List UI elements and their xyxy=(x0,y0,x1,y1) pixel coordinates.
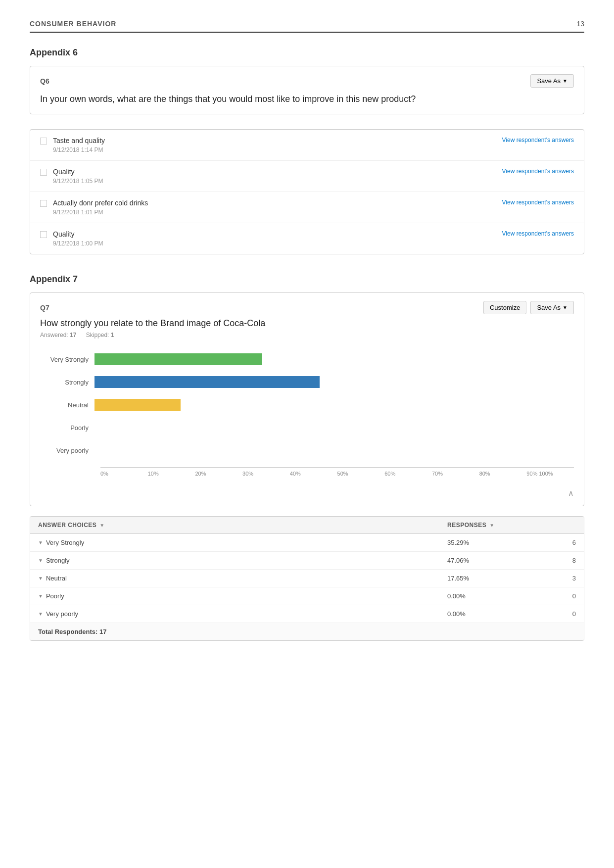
x-tick: 90% 100% xyxy=(526,471,574,477)
response-checkbox[interactable] xyxy=(40,138,47,145)
row-arrow-icon: ▼ xyxy=(38,558,43,563)
bar-chart: Very Strongly Strongly Neutral Poorly Ve xyxy=(40,348,574,486)
view-respondent-link[interactable]: View respondent's answers xyxy=(502,168,574,175)
response-answer: Quality xyxy=(53,168,103,176)
scroll-up-arrow[interactable]: ∧ xyxy=(40,488,574,498)
view-respondent-link[interactable]: View respondent's answers xyxy=(502,230,574,237)
x-tick: 10% xyxy=(148,471,195,477)
response-item: Taste and quality 9/12/2018 1:14 PM View… xyxy=(30,130,584,161)
response-timestamp: 9/12/2018 1:01 PM xyxy=(53,209,148,216)
q6-save-as-button[interactable]: Save As ▼ xyxy=(530,74,574,88)
q6-box: Q6 Save As ▼ In your own words, what are… xyxy=(30,66,584,114)
appendix6-heading: Appendix 6 xyxy=(30,48,584,58)
x-tick: 70% xyxy=(432,471,479,477)
response-timestamp: 9/12/2018 1:00 PM xyxy=(53,240,103,247)
q6-header: Q6 Save As ▼ xyxy=(40,74,574,88)
table-row: ▼ Very poorly 0.00% 0 xyxy=(30,605,584,623)
customize-button[interactable]: Customize xyxy=(483,301,526,314)
table-row: ▼ Neutral 17.65% 3 xyxy=(30,570,584,587)
q7-header: Q7 Customize Save As ▼ xyxy=(40,301,574,314)
bar-track-very-strongly xyxy=(94,353,574,365)
answered-count: Answered: 17 xyxy=(40,332,76,338)
q6-responses-box: Taste and quality 9/12/2018 1:14 PM View… xyxy=(30,129,584,254)
sort-arrow-icon[interactable]: ▼ xyxy=(99,523,104,528)
x-axis: 0% 10% 20% 30% 40% 50% 60% 70% 80% 90% 1… xyxy=(100,467,574,477)
q7-button-group: Customize Save As ▼ xyxy=(483,301,574,314)
view-respondent-link[interactable]: View respondent's answers xyxy=(502,199,574,206)
q7-meta: Answered: 17 Skipped: 1 xyxy=(40,332,574,338)
bar-label-very-poorly: Very poorly xyxy=(40,447,94,454)
q6-question-text: In your own words, what are the things t… xyxy=(40,93,574,106)
bar-label-very-strongly: Very Strongly xyxy=(40,356,94,363)
table-row: ▼ Very Strongly 35.29% 6 xyxy=(30,534,584,552)
header-title: CONSUMER BEHAVIOR xyxy=(30,20,116,28)
response-item: Quality 9/12/2018 1:00 PM View responden… xyxy=(30,223,584,254)
sort-arrow-icon[interactable]: ▼ xyxy=(489,523,494,528)
bar-row-very-poorly: Very poorly xyxy=(40,444,574,456)
row-arrow-icon: ▼ xyxy=(38,611,43,617)
col-response-header: RESPONSES ▼ xyxy=(447,522,546,529)
table-row: ▼ Strongly 47.06% 8 xyxy=(30,552,584,570)
page-number: 13 xyxy=(576,20,584,28)
bar-track-very-poorly xyxy=(94,444,574,456)
bar-fill-very-strongly xyxy=(94,353,262,365)
chevron-down-icon: ▼ xyxy=(563,78,567,84)
q7-question-text: How strongly you relate to the Brand ima… xyxy=(40,318,574,329)
response-answer: Taste and quality xyxy=(53,137,105,145)
x-tick: 60% xyxy=(384,471,432,477)
response-item: Actually donr prefer cold drinks 9/12/20… xyxy=(30,192,584,223)
bar-label-neutral: Neutral xyxy=(40,401,94,409)
q6-label: Q6 xyxy=(40,77,49,85)
appendix7-heading: Appendix 7 xyxy=(30,274,584,285)
bar-track-poorly xyxy=(94,422,574,434)
response-answer: Actually donr prefer cold drinks xyxy=(53,199,148,207)
response-answer: Quality xyxy=(53,230,103,238)
table-row: ▼ Poorly 0.00% 0 xyxy=(30,587,584,605)
bar-fill-strongly xyxy=(94,376,320,388)
x-tick: 0% xyxy=(100,471,148,477)
x-tick: 40% xyxy=(290,471,337,477)
response-item: Quality 9/12/2018 1:05 PM View responden… xyxy=(30,161,584,192)
response-checkbox[interactable] xyxy=(40,169,47,176)
view-respondent-link[interactable]: View respondent's answers xyxy=(502,137,574,144)
bar-fill-neutral xyxy=(94,399,181,411)
q7-label: Q7 xyxy=(40,304,49,312)
bar-label-poorly: Poorly xyxy=(40,424,94,432)
chevron-down-icon: ▼ xyxy=(563,305,567,310)
bar-track-neutral xyxy=(94,399,574,411)
row-arrow-icon: ▼ xyxy=(38,593,43,599)
response-checkbox[interactable] xyxy=(40,231,47,238)
response-timestamp: 9/12/2018 1:14 PM xyxy=(53,146,105,153)
skipped-count: Skipped: 1 xyxy=(86,332,114,338)
total-row: Total Respondents: 17 xyxy=(30,623,584,640)
row-arrow-icon: ▼ xyxy=(38,576,43,581)
page-header: CONSUMER BEHAVIOR 13 xyxy=(30,20,584,33)
q7-box: Q7 Customize Save As ▼ How strongly you … xyxy=(30,292,584,506)
bar-row-poorly: Poorly xyxy=(40,422,574,434)
col-count-header xyxy=(546,522,576,529)
bar-label-strongly: Strongly xyxy=(40,379,94,386)
x-tick: 50% xyxy=(337,471,385,477)
bar-row-neutral: Neutral xyxy=(40,399,574,411)
answer-table: ANSWER CHOICES ▼ RESPONSES ▼ ▼ Very Stro… xyxy=(30,516,584,641)
row-arrow-icon: ▼ xyxy=(38,540,43,545)
x-tick: 20% xyxy=(195,471,242,477)
q7-save-as-button[interactable]: Save As ▼ xyxy=(530,301,574,314)
x-tick: 30% xyxy=(242,471,290,477)
bar-track-strongly xyxy=(94,376,574,388)
response-timestamp: 9/12/2018 1:05 PM xyxy=(53,178,103,185)
x-tick: 80% xyxy=(479,471,527,477)
bar-row-strongly: Strongly xyxy=(40,376,574,388)
q6-responses-wrapper: Taste and quality 9/12/2018 1:14 PM View… xyxy=(30,129,584,254)
bar-row-very-strongly: Very Strongly xyxy=(40,353,574,365)
table-header: ANSWER CHOICES ▼ RESPONSES ▼ xyxy=(30,517,584,534)
col-choice-header: ANSWER CHOICES ▼ xyxy=(38,522,447,529)
response-checkbox[interactable] xyxy=(40,200,47,207)
